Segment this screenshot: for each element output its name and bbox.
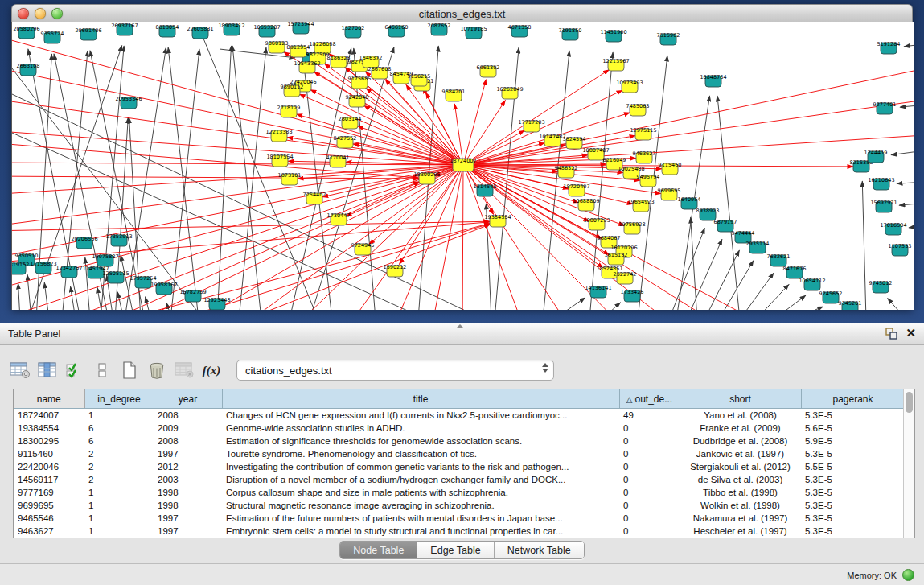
graph-node[interactable]: 9345201 [839, 300, 862, 311]
graph-node[interactable]: 2718129 [277, 105, 301, 118]
graph-node[interactable]: 8186328 [327, 55, 351, 68]
column-header-pagerank[interactable]: pagerank [801, 389, 905, 409]
graph-node[interactable]: 2935114 [746, 241, 770, 254]
table-mode-button[interactable] [6, 357, 34, 383]
graph-node[interactable]: 15692971 [870, 200, 897, 213]
graph-node[interactable]: 16262849 [496, 86, 523, 100]
graph-node[interactable]: 6961302 [477, 64, 500, 78]
table-row[interactable]: 977716911998Corpus callosum shape and si… [14, 486, 905, 499]
network-canvas[interactable]: 1872400720580296935572420691406269371678… [11, 22, 914, 310]
table-row[interactable]: 1830029562008Estimation of significance … [14, 435, 905, 447]
graph-node[interactable]: 9115460 [659, 162, 682, 175]
create-column-button[interactable] [116, 357, 143, 383]
graph-node[interactable]: 18903412 [218, 23, 244, 36]
graph-node[interactable]: 9277401 [873, 101, 897, 115]
graph-node[interactable]: 6466160 [385, 24, 409, 38]
graph-node[interactable]: 9584201 [442, 89, 466, 102]
graph-node[interactable]: 12213383 [265, 129, 292, 142]
graph-node[interactable]: 10719185 [460, 26, 487, 39]
table-row[interactable]: 1938455462009Genome-wide association stu… [14, 422, 905, 435]
graph-node[interactable]: 10543362 [294, 60, 320, 74]
tab-network-table[interactable]: Network Table [495, 542, 584, 558]
graph-node[interactable]: 1244419 [864, 150, 888, 163]
graph-node[interactable]: 2522742 [614, 271, 637, 285]
graph-node[interactable]: 18724007 [450, 158, 476, 172]
graph-node[interactable]: 2087652 [428, 23, 451, 36]
graph-node[interactable]: 16210643 [868, 177, 894, 191]
graph-node[interactable]: 1327002 [342, 25, 365, 39]
graph-node[interactable]: 12923448 [203, 297, 230, 311]
graph-node[interactable]: 9355724 [41, 31, 64, 44]
graph-node[interactable]: 1590212 [384, 264, 407, 278]
graph-node[interactable]: 14136141 [585, 285, 611, 299]
graph-node[interactable]: 19756928 [618, 221, 645, 235]
table-row[interactable]: 969969511998Structural magnetic resonanc… [14, 499, 905, 512]
select-rows-button[interactable] [61, 357, 88, 383]
graph-node[interactable]: 9319152 [11, 262, 29, 275]
graph-node[interactable]: 10653287 [253, 24, 280, 38]
graph-node[interactable]: 1730447 [327, 212, 351, 226]
graph-node[interactable]: 5191284 [877, 41, 901, 55]
graph-node[interactable]: 18807293 [583, 217, 610, 231]
table-row[interactable]: 1456911722003Disruption of a novel membe… [14, 473, 905, 486]
graph-node[interactable]: 7191850 [559, 27, 582, 41]
graph-node[interactable]: 1514545 [474, 183, 497, 197]
graph-node[interactable]: 9242848 [346, 94, 369, 108]
show-columns-button[interactable] [34, 357, 61, 383]
graph-node[interactable]: 9699695 [658, 187, 681, 201]
float-panel-icon[interactable] [885, 328, 897, 340]
graph-node[interactable]: 18720407 [563, 183, 589, 197]
table-select-dropdown[interactable]: citations_edges.txt [236, 360, 554, 381]
table-row[interactable]: 946362711997Embryonic stem cells: a mode… [14, 525, 905, 538]
graph-node[interactable]: 18107554 [266, 154, 293, 167]
graph-node[interactable]: 10688809 [573, 198, 599, 212]
graph-node[interactable]: 8427552 [334, 135, 357, 149]
graph-node[interactable]: 20580296 [13, 26, 39, 39]
graph-node[interactable]: 2663108 [17, 63, 40, 76]
graph-node[interactable]: 9495794 [637, 174, 660, 187]
function-builder-button[interactable]: f(x) [198, 357, 225, 383]
graph-node[interactable]: 22605831 [187, 26, 213, 39]
graph-node[interactable]: 20691406 [75, 27, 101, 41]
close-panel-icon[interactable]: ✕ [906, 327, 916, 340]
graph-node[interactable]: 9486322 [555, 165, 578, 179]
tab-edge-table[interactable]: Edge Table [417, 542, 494, 558]
graph-node[interactable]: 12213967 [602, 58, 629, 72]
panel-resize-grip[interactable] [456, 324, 464, 328]
graph-node[interactable]: 7254402 [303, 192, 326, 205]
citation-nodes[interactable]: 1872400720580296935572420691406269371678… [11, 22, 911, 310]
graph-node[interactable]: 16848784 [700, 74, 726, 88]
graph-node[interactable]: 7515962 [657, 32, 680, 46]
graph-node[interactable]: 2867608 [368, 66, 392, 80]
graph-node[interactable]: 9156215 [408, 73, 431, 87]
graph-node[interactable]: 8813054 [156, 24, 179, 38]
table-row[interactable]: 1872400712008Changes of HCN gene express… [14, 409, 905, 422]
graph-node[interactable]: 11156823 [30, 261, 56, 274]
graph-node[interactable]: 26937167 [111, 23, 138, 36]
graph-node[interactable]: 4170041 [326, 154, 350, 168]
clear-selection-button[interactable] [88, 357, 116, 383]
column-header-title[interactable]: title [222, 389, 619, 409]
graph-node[interactable]: 9890112 [281, 84, 304, 97]
graph-node[interactable]: 17717203 [518, 119, 544, 133]
graph-node[interactable]: 10654112 [799, 278, 825, 291]
delete-column-button[interactable] [143, 357, 170, 383]
column-header-out-degree[interactable]: △out_de... [619, 389, 680, 409]
column-header-short[interactable]: short [680, 389, 801, 409]
graph-node[interactable]: 15723944 [287, 22, 314, 34]
table-scrollbar[interactable] [903, 389, 914, 538]
column-header-in-degree[interactable]: in_degree [84, 389, 154, 409]
graph-node[interactable]: 4671358 [508, 24, 532, 38]
graph-node[interactable]: 2803144 [339, 116, 362, 130]
table-row[interactable]: 946554611997Estimation of the future num… [14, 512, 905, 525]
table-row[interactable]: 911546021997Tourette syndrome. Phenomeno… [14, 447, 905, 460]
graph-node[interactable]: 11451900 [600, 29, 626, 43]
table-row[interactable]: 2242004622012Investigating the contribut… [14, 460, 905, 473]
graph-node[interactable]: 9724945 [351, 242, 375, 256]
table-scrollbar-thumb[interactable] [906, 392, 913, 413]
delete-table-button[interactable] [170, 357, 198, 383]
graph-node[interactable]: 9745012 [869, 280, 893, 294]
column-header-year[interactable]: year [154, 389, 222, 409]
graph-node[interactable]: 17016504 [880, 222, 906, 236]
graph-node[interactable]: 1615132 [605, 252, 628, 266]
